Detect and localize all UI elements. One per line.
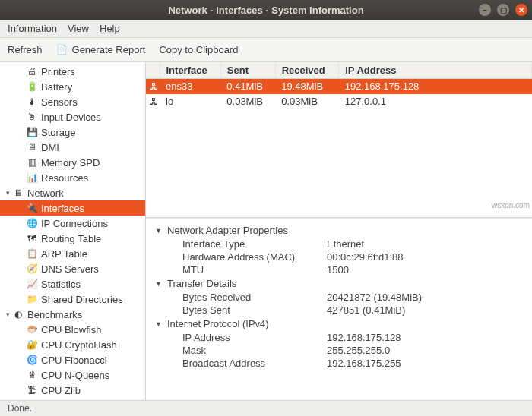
sidebar-item-sensors[interactable]: 🌡Sensors — [0, 94, 145, 109]
refresh-button[interactable]: Refresh — [8, 44, 43, 55]
group-ipv4-header[interactable]: ▼Internet Protocol (IPv4) — [155, 317, 523, 331]
nq-icon: ♛ — [26, 369, 38, 381]
input-icon: 🖱 — [26, 111, 38, 123]
sidebar-item-label: CPU Blowfish — [41, 324, 101, 336]
status-bar: Done. — [0, 400, 532, 416]
minimize-button[interactable]: – — [479, 4, 491, 16]
sidebar-item-battery[interactable]: 🔋Battery — [0, 79, 145, 94]
sidebar-item-input-devices[interactable]: 🖱Input Devices — [0, 109, 145, 124]
prop-val: Ethernet — [327, 238, 364, 250]
routing-icon: 🗺 — [26, 232, 38, 244]
sidebar-item-cpu-n-queens[interactable]: ♛CPU N-Queens — [0, 367, 145, 383]
arp-icon: 📋 — [26, 247, 38, 260]
sidebar-item-arp-table[interactable]: 📋ARP Table — [0, 246, 145, 261]
sidebar-tree[interactable]: 🖨Printers🔋Battery🌡Sensors🖱Input Devices💾… — [0, 62, 146, 400]
sidebar-item-label: Printers — [41, 66, 75, 77]
expand-icon: ▾ — [3, 189, 12, 197]
prop-val: 1500 — [327, 264, 349, 276]
prop-key: Mask — [182, 345, 327, 356]
col-sent[interactable]: Sent — [220, 62, 275, 79]
sidebar-item-label: Input Devices — [41, 112, 101, 123]
sidebar-item-label: Memory SPD — [41, 157, 100, 169]
status-text: Done. — [8, 403, 32, 414]
sidebar-item-ip-connections[interactable]: 🌐IP Connections — [0, 216, 145, 231]
collapse-icon: ▼ — [155, 320, 163, 328]
cell-iface: lo — [160, 94, 220, 109]
group-transfer-header[interactable]: ▼Transfer Details — [155, 276, 523, 291]
sidebar-item-resources[interactable]: 📊Resources — [0, 170, 145, 185]
sidebar-item-cpu-zlib[interactable]: 🗜CPU Zlib — [0, 383, 145, 398]
sidebar-item-memory-spd[interactable]: ▥Memory SPD — [0, 155, 145, 170]
col-interface[interactable]: Interface — [160, 62, 220, 79]
prop-key: IP Address — [182, 332, 327, 343]
menu-view[interactable]: View — [68, 23, 89, 34]
sidebar-item-label: ARP Table — [41, 248, 87, 260]
sensor-icon: 🌡 — [26, 96, 38, 108]
group-adapter-header[interactable]: ▼Network Adapter Properties — [155, 223, 523, 238]
close-button[interactable]: ✕ — [515, 4, 527, 16]
prop-key: MTU — [182, 264, 327, 276]
maximize-button[interactable]: ▢ — [497, 4, 509, 16]
generate-label: Generate Report — [72, 44, 146, 55]
storage-icon: 💾 — [26, 126, 38, 138]
window-titlebar: Network - Interfaces - System Informatio… — [0, 0, 532, 20]
prop-key: Interface Type — [182, 238, 327, 250]
ipconn-icon: 🌐 — [26, 217, 38, 229]
collapse-icon: ▼ — [155, 280, 163, 288]
col-ip[interactable]: IP Address — [339, 62, 532, 79]
sidebar-item-interfaces[interactable]: 🔌Interfaces — [0, 200, 145, 216]
sidebar-item-network[interactable]: ▾🖥Network — [0, 185, 145, 200]
sidebar-item-label: Interfaces — [41, 203, 84, 214]
prop-val: 255.255.255.0 — [327, 345, 390, 356]
sidebar-item-label: Sensors — [41, 96, 78, 108]
sidebar-item-label: Benchmarks — [27, 309, 82, 320]
refresh-label: Refresh — [8, 44, 43, 55]
sidebar-item-label: Network — [27, 188, 64, 199]
sidebar-item-label: Resources — [41, 172, 88, 184]
sidebar-item-label: CPU Zlib — [41, 385, 81, 396]
sidebar-item-label: Shared Directories — [41, 294, 123, 305]
cell-ip: 127.0.0.1 — [339, 94, 532, 109]
bench-icon: ◐ — [12, 308, 24, 320]
sidebar-item-storage[interactable]: 💾Storage — [0, 124, 145, 140]
sidebar-item-dmi[interactable]: 🖥DMI — [0, 140, 145, 155]
blow-icon: 🐡 — [26, 323, 38, 336]
sidebar-item-label: DMI — [41, 142, 59, 153]
copy-clipboard-button[interactable]: Copy to Clipboard — [159, 44, 238, 55]
sidebar-item-benchmarks[interactable]: ▾◐Benchmarks — [0, 307, 145, 322]
shared-icon: 📁 — [26, 293, 38, 305]
window-title: Network - Interfaces - System Informatio… — [168, 5, 363, 16]
sidebar-item-cpu-fibonacci[interactable]: 🌀CPU Fibonacci — [0, 352, 145, 367]
cell-recv: 0.03MiB — [275, 94, 339, 109]
prop-key: Broadcast Address — [182, 358, 327, 369]
fib-icon: 🌀 — [26, 354, 38, 366]
col-received[interactable]: Received — [275, 62, 339, 79]
sidebar-item-statistics[interactable]: 📈Statistics — [0, 276, 145, 292]
sidebar-item-printers[interactable]: 🖨Printers — [0, 64, 145, 79]
sidebar-item-label: CPU Fibonacci — [41, 355, 107, 366]
prop-key: Bytes Received — [182, 292, 327, 303]
crypto-icon: 🔐 — [26, 339, 38, 351]
sidebar-item-cpu-cryptohash[interactable]: 🔐CPU CryptoHash — [0, 337, 145, 352]
memory-icon: ▥ — [26, 156, 38, 169]
nic-icon: 🖧 — [149, 96, 158, 107]
generate-report-button[interactable]: 📄 Generate Report — [56, 44, 146, 56]
dmi-icon: 🖥 — [26, 141, 38, 153]
sidebar-item-routing-table[interactable]: 🗺Routing Table — [0, 231, 145, 246]
copy-label: Copy to Clipboard — [159, 44, 238, 55]
sidebar-item-cpu-blowfish[interactable]: 🐡CPU Blowfish — [0, 322, 145, 337]
sidebar-item-shared-directories[interactable]: 📁Shared Directories — [0, 292, 145, 307]
table-row[interactable]: 🖧lo0.03MiB0.03MiB127.0.0.1 — [146, 94, 532, 109]
cell-ip: 192.168.175.128 — [339, 79, 532, 94]
menu-information[interactable]: Information — [8, 23, 57, 34]
sidebar-item-fpu-fft[interactable]: 〰FPU FFT — [0, 398, 145, 400]
table-row[interactable]: 🖧ens330.41MiB19.48MiB192.168.175.128 — [146, 79, 532, 94]
sidebar-item-dns-servers[interactable]: 🧭DNS Servers — [0, 261, 145, 276]
sidebar-item-label: DNS Servers — [41, 263, 99, 275]
zlib-icon: 🗜 — [26, 384, 38, 396]
watermark: wsxdn.com — [492, 201, 530, 210]
sidebar-item-label: CPU N-Queens — [41, 370, 109, 381]
cell-sent: 0.03MiB — [220, 94, 275, 109]
battery-icon: 🔋 — [26, 80, 38, 93]
menu-help[interactable]: Help — [100, 23, 120, 34]
